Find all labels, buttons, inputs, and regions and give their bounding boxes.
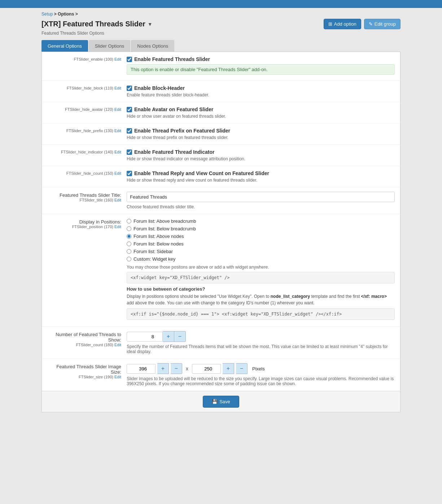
edit-link-enable[interactable]: Edit xyxy=(114,57,121,61)
option-row-enable: FTSlider_enable (100) Edit Enable Featur… xyxy=(42,52,400,81)
radio-widget-key: Custom: Widget key xyxy=(127,256,395,262)
radio-group-position: Forum list: Above breadcrumb Forum list:… xyxy=(127,218,395,262)
image-width-input[interactable] xyxy=(127,364,156,374)
width-minus-button[interactable]: − xyxy=(171,363,182,374)
radio-below-nodes: Forum list: Below nodes xyxy=(127,241,395,247)
option-content-enable: Enable Featured Threads Slider This opti… xyxy=(127,56,395,76)
widget-code-block: <xf:widget key="XD_FTSlider_widget" /> xyxy=(127,272,395,283)
checkbox-block[interactable] xyxy=(127,86,132,91)
width-plus-button[interactable]: + xyxy=(157,363,169,374)
radio-above-nodes: Forum list: Above nodes xyxy=(127,234,395,239)
image-size-input-row: + − x + − Pixels xyxy=(127,363,395,374)
tab-slider-options[interactable]: Slider Options xyxy=(89,40,131,52)
option-content-block: Enable Block-Header Enable feature threa… xyxy=(127,85,395,97)
pixels-label: Pixels xyxy=(252,366,265,372)
edit-link-prefix[interactable]: Edit xyxy=(114,129,121,133)
category-code-block: <xf:if is="{$node.node_id} === 1"> <xf:w… xyxy=(127,308,395,320)
checkbox-prefix[interactable] xyxy=(127,128,132,134)
plus-icon: ⊞ xyxy=(328,21,332,27)
edit-link-avatar[interactable]: Edit xyxy=(114,107,121,112)
breadcrumb-setup[interactable]: Setup xyxy=(41,12,53,17)
page-header: [XTR] Featured Threads Slider ▼ ⊞ Add op… xyxy=(41,19,401,29)
content-area: FTSlider_enable (100) Edit Enable Featur… xyxy=(41,52,401,412)
edit-group-button[interactable]: ✎ Edit group xyxy=(364,19,401,29)
x-separator: x xyxy=(186,366,188,372)
save-icon: 💾 xyxy=(212,399,218,404)
count-input[interactable] xyxy=(127,332,163,342)
image-height-input[interactable] xyxy=(192,364,221,374)
green-note-enable: This option is enable or disable "Featur… xyxy=(127,64,395,75)
breadcrumb-options: Options xyxy=(58,12,74,17)
edit-link-count[interactable]: Edit xyxy=(114,171,121,175)
radio-below-breadcrumb: Forum list: Below breadcrumb xyxy=(127,226,395,231)
edit-link-indicator[interactable]: Edit xyxy=(114,150,121,154)
option-label-enable: FTSlider_enable (100) Edit xyxy=(47,56,127,76)
option-label-block: FTSlider_hide_block (110) Edit xyxy=(47,85,127,97)
edit-link-position[interactable]: Edit xyxy=(114,225,121,229)
tab-general-options[interactable]: General Options xyxy=(41,40,88,52)
checkbox-indicator[interactable] xyxy=(127,149,132,155)
option-row-indicator: FTSlider_hide_indicator (140) Edit Enabl… xyxy=(42,145,400,166)
how-to-text: Display in positions options should be s… xyxy=(127,293,395,306)
option-row-block: FTSlider_hide_block (110) Edit Enable Bl… xyxy=(42,81,400,102)
radio-above-breadcrumb: Forum list: Above breadcrumb xyxy=(127,218,395,224)
slider-title-input[interactable] xyxy=(127,192,395,202)
checkbox-count[interactable] xyxy=(127,171,132,176)
checkbox-avatar[interactable] xyxy=(127,107,132,112)
top-bar xyxy=(0,0,442,8)
option-row-position: Display in Positions: FTSlider_position … xyxy=(42,214,400,327)
option-row-prefix: FTSlider_hide_prefix (130) Edit Enable T… xyxy=(42,123,400,145)
edit-link-image-size[interactable]: Edit xyxy=(114,375,121,379)
checkbox-enable[interactable] xyxy=(127,57,132,62)
count-plus-button[interactable]: + xyxy=(163,331,174,342)
header-buttons: ⊞ Add option ✎ Edit group xyxy=(324,19,401,29)
add-option-button[interactable]: ⊞ Add option xyxy=(324,19,361,29)
count-minus-button[interactable]: − xyxy=(174,331,186,342)
edit-icon: ✎ xyxy=(369,21,373,27)
option-row-image-size: Featured Threads Slider Image Size: FTSl… xyxy=(42,359,400,391)
edit-link-block[interactable]: Edit xyxy=(114,86,121,90)
radio-sidebar: Forum list: Sidebar xyxy=(127,249,395,254)
option-row-title: Featured Threads Slider Title: FTSlider_… xyxy=(42,187,400,214)
save-button[interactable]: 💾 Save xyxy=(203,396,239,408)
height-plus-button[interactable]: + xyxy=(223,363,234,374)
height-minus-button[interactable]: − xyxy=(236,363,248,374)
edit-link-title[interactable]: Edit xyxy=(114,198,121,202)
page-subtitle: Featured Threads Slider Options xyxy=(41,31,401,36)
page-title: [XTR] Featured Threads Slider ▼ xyxy=(41,20,153,28)
edit-link-featured-count[interactable]: Edit xyxy=(114,343,121,347)
option-row-avatar: FTSlider_hide_avatar (120) Edit Enable A… xyxy=(42,102,400,123)
how-to-header: How to use between of categories? xyxy=(127,286,395,292)
tabs-bar: General Options Slider Options Nodes Opt… xyxy=(41,40,401,52)
tab-nodes-options[interactable]: Nodes Options xyxy=(131,40,174,52)
count-input-row: + − xyxy=(127,331,395,342)
checkbox-row-enable: Enable Featured Threads Slider xyxy=(127,56,395,62)
breadcrumb: Setup > Options > xyxy=(41,12,401,17)
save-bar: 💾 Save xyxy=(42,391,400,412)
title-dropdown-icon[interactable]: ▼ xyxy=(148,21,153,27)
option-row-featured-count: Number of Featured Threads to Show: FTSl… xyxy=(42,327,400,359)
option-row-count: FTSlider_hide_count (150) Edit Enable Th… xyxy=(42,166,400,187)
